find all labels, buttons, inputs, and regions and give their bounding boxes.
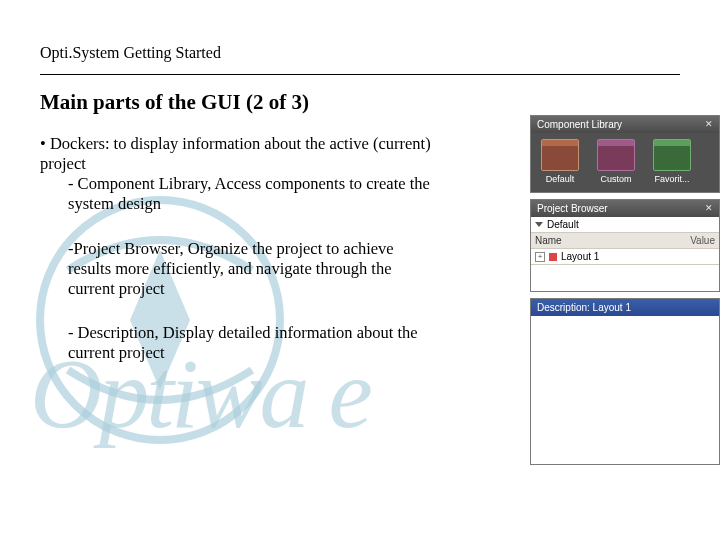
description-title-bar: Description: Layout 1 bbox=[531, 299, 719, 316]
project-item-label: Layout 1 bbox=[561, 251, 599, 262]
close-icon: ✕ bbox=[705, 118, 713, 131]
folder-icon bbox=[541, 139, 579, 171]
project-root-label: Default bbox=[547, 219, 579, 230]
project-browser-panel: Project Browser ✕ Default Name Value + L… bbox=[530, 199, 720, 292]
component-library-title-bar: Component Library ✕ bbox=[531, 116, 719, 133]
folder-icon bbox=[597, 139, 635, 171]
dropdown-icon bbox=[535, 222, 543, 227]
lib-item-label: Default bbox=[535, 174, 585, 184]
component-library-title: Component Library bbox=[537, 118, 622, 131]
folder-icon bbox=[653, 139, 691, 171]
slide-title: Main parts of the GUI (2 of 3) bbox=[40, 90, 309, 115]
lib-item-favorites: Favorit... bbox=[647, 139, 697, 184]
project-browser-title-bar: Project Browser ✕ bbox=[531, 200, 719, 217]
bullet-sub-3: - Description, Display detailed informat… bbox=[68, 323, 438, 363]
col-value: Value bbox=[690, 235, 715, 246]
project-browser-empty bbox=[531, 265, 719, 291]
description-panel: Description: Layout 1 bbox=[530, 298, 720, 465]
bullet-intro: • Dockers: to display information about … bbox=[40, 134, 460, 174]
lib-item-label: Favorit... bbox=[647, 174, 697, 184]
lib-item-label: Custom bbox=[591, 174, 641, 184]
slide-header: Opti.System Getting Started bbox=[40, 44, 221, 62]
body-text: • Dockers: to display information about … bbox=[40, 134, 460, 387]
description-title: Description: Layout 1 bbox=[537, 302, 631, 313]
description-body bbox=[531, 316, 719, 464]
layout-icon bbox=[549, 253, 557, 261]
col-name: Name bbox=[535, 235, 562, 246]
header-rule bbox=[40, 74, 680, 75]
lib-item-custom: Custom bbox=[591, 139, 641, 184]
lib-item-default: Default bbox=[535, 139, 585, 184]
project-root-row: Default bbox=[531, 217, 719, 233]
project-item-row: + Layout 1 bbox=[531, 249, 719, 265]
component-library-panel: Component Library ✕ Default Custom Favor… bbox=[530, 115, 720, 193]
bullet-sub-2: -Project Browser, Organize the project t… bbox=[68, 239, 438, 299]
project-browser-title: Project Browser bbox=[537, 202, 608, 215]
project-columns-row: Name Value bbox=[531, 233, 719, 249]
bullet-sub-1: - Component Library, Access components t… bbox=[68, 174, 438, 214]
docker-panels: Component Library ✕ Default Custom Favor… bbox=[530, 115, 720, 471]
close-icon: ✕ bbox=[705, 202, 713, 215]
expand-icon: + bbox=[535, 252, 545, 262]
